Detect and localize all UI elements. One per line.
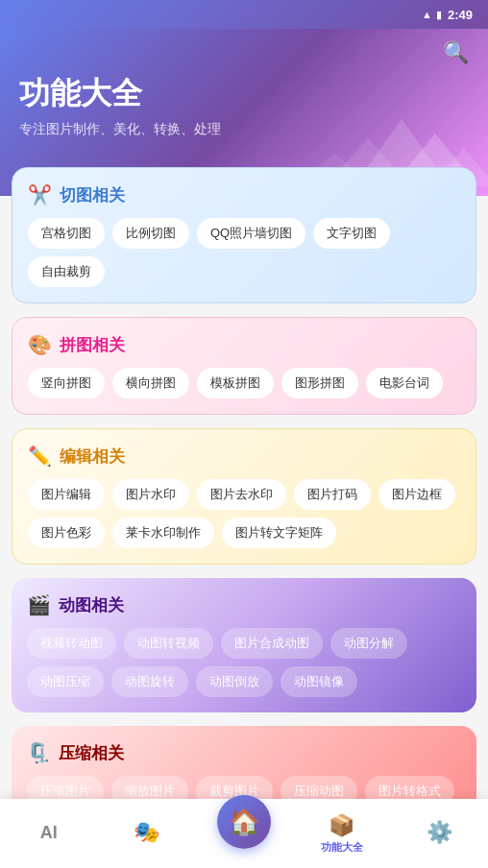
puzzle-icon: 🎨 (28, 333, 52, 356)
settings-icon: ⚙️ (427, 820, 452, 845)
home-icon: 🏠 (229, 808, 259, 837)
tag-tupian-dong[interactable]: 图片合成动图 (221, 628, 323, 659)
nav-item-home[interactable]: 🏠 (195, 795, 293, 853)
tag-biliqietu[interactable]: 比例切图 (112, 218, 189, 249)
tag-moban[interactable]: 模板拼图 (197, 368, 274, 398)
section-compress-header: 🗜️ 压缩相关 (27, 741, 461, 764)
nav-item-tools[interactable]: 🎭 (98, 820, 196, 847)
nav-item-ai[interactable]: AI (0, 823, 98, 845)
tag-ziyoucaijian[interactable]: 自由裁剪 (28, 256, 105, 287)
home-center-btn[interactable]: 🏠 (217, 795, 271, 849)
tag-shuxiang[interactable]: 竖向拼图 (28, 368, 105, 398)
tag-dong-jingxiang[interactable]: 动图镜像 (281, 666, 357, 697)
search-icon[interactable]: 🔍 (443, 40, 469, 65)
tag-tupian-shuiyin[interactable]: 图片水印 (112, 479, 189, 510)
edit-icon: ✏️ (28, 445, 52, 468)
puzzle-title: 拼图相关 (60, 334, 125, 356)
status-bar: ▲ ▮ 2:49 (0, 0, 488, 29)
edit-tags: 图片编辑 图片水印 图片去水印 图片打码 图片边框 图片色彩 莱卡水印制作 图片… (28, 479, 460, 548)
section-cut-header: ✂️ 切图相关 (28, 183, 460, 206)
tag-shipin-dong[interactable]: 视频转动图 (27, 628, 116, 659)
tag-wenzitietu[interactable]: 文字切图 (313, 218, 390, 249)
section-cut: ✂️ 切图相关 宫格切图 比例切图 QQ照片墙切图 文字切图 自由裁剪 (12, 167, 476, 303)
nav-item-functions[interactable]: 📦 功能大全 (293, 813, 391, 855)
cut-title: 切图相关 (60, 184, 125, 206)
tag-gugekutu[interactable]: 宫格切图 (28, 218, 105, 249)
tag-dong-yasuo[interactable]: 动图压缩 (27, 666, 104, 697)
tag-tuxing[interactable]: 图形拼图 (281, 368, 358, 398)
edit-title: 编辑相关 (60, 446, 125, 468)
content-area: ✂️ 切图相关 宫格切图 比例切图 QQ照片墙切图 文字切图 自由裁剪 🎨 拼图… (0, 167, 488, 868)
tag-wenzi-juzhen[interactable]: 图片转文字矩阵 (222, 518, 336, 548)
section-gif-header: 🎬 动图相关 (27, 593, 461, 616)
header-top: 🔍 (19, 40, 469, 65)
cut-icon: ✂️ (28, 183, 52, 206)
ai-icon: AI (40, 823, 58, 843)
gif-tags: 视频转动图 动图转视频 图片合成动图 动图分解 动图压缩 动图旋转 动图倒放 动… (27, 628, 461, 697)
tag-tupian-dama[interactable]: 图片打码 (294, 479, 371, 510)
tag-dianyingci[interactable]: 电影台词 (366, 368, 443, 398)
tag-dong-shipin[interactable]: 动图转视频 (124, 628, 213, 659)
tools-icon: 🎭 (134, 820, 159, 845)
puzzle-tags: 竖向拼图 横向拼图 模板拼图 图形拼图 电影台词 (28, 368, 460, 398)
tag-laika[interactable]: 莱卡水印制作 (112, 518, 214, 548)
tag-tupian-biankuang[interactable]: 图片边框 (378, 479, 455, 510)
compress-icon: 🗜️ (27, 741, 51, 764)
tag-hengxiang[interactable]: 横向拼图 (112, 368, 189, 398)
tag-tupian-bianji[interactable]: 图片编辑 (28, 479, 105, 510)
tag-dong-fenjie[interactable]: 动图分解 (330, 628, 407, 659)
status-icons: ▲ ▮ (422, 9, 442, 21)
tag-dong-daofang[interactable]: 动图倒放 (196, 666, 273, 697)
tag-qqphotowall[interactable]: QQ照片墙切图 (197, 218, 305, 249)
section-edit-header: ✏️ 编辑相关 (28, 445, 460, 468)
section-gif: 🎬 动图相关 视频转动图 动图转视频 图片合成动图 动图分解 动图压缩 动图旋转… (12, 578, 476, 712)
gif-icon: 🎬 (27, 593, 51, 616)
tag-tupian-qushuiyin[interactable]: 图片去水印 (197, 479, 286, 510)
gif-title: 动图相关 (59, 594, 124, 616)
section-edit: ✏️ 编辑相关 图片编辑 图片水印 图片去水印 图片打码 图片边框 图片色彩 莱… (12, 428, 476, 565)
wifi-icon: ▲ (422, 9, 432, 20)
compress-title: 压缩相关 (59, 742, 124, 764)
battery-icon: ▮ (436, 9, 442, 21)
cut-tags: 宫格切图 比例切图 QQ照片墙切图 文字切图 自由裁剪 (28, 218, 460, 287)
functions-icon: 📦 (329, 813, 354, 838)
nav-label-functions: 功能大全 (321, 840, 363, 855)
bottom-nav: AI 🎭 🏠 📦 功能大全 ⚙️ (0, 799, 488, 868)
section-puzzle-header: 🎨 拼图相关 (28, 333, 460, 356)
section-puzzle: 🎨 拼图相关 竖向拼图 横向拼图 模板拼图 图形拼图 电影台词 (12, 317, 476, 415)
tag-dong-xuanzhuan[interactable]: 动图旋转 (111, 666, 188, 697)
nav-item-settings[interactable]: ⚙️ (390, 820, 488, 847)
status-time: 2:49 (448, 8, 473, 22)
tag-tupian-secai[interactable]: 图片色彩 (28, 518, 105, 548)
